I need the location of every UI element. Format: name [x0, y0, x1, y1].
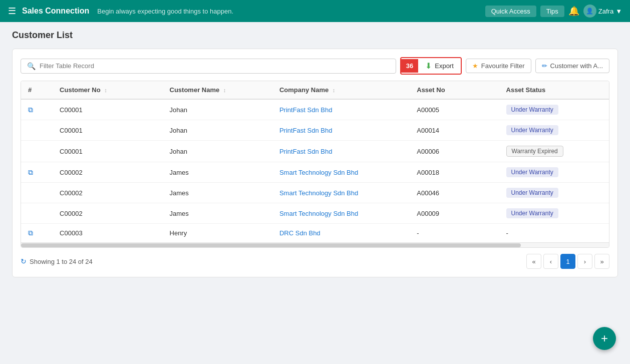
topnav: ☰ Sales Connection Begin always expectin…: [0, 0, 630, 22]
company-name-cell[interactable]: Smart Technology Sdn Bhd: [272, 203, 410, 224]
prev-page-button[interactable]: ‹: [543, 254, 558, 269]
row-link-cell: [21, 141, 53, 162]
company-name-cell[interactable]: PrintFast Sdn Bhd: [272, 99, 410, 120]
customer-name-cell: Johan: [163, 141, 272, 162]
search-icon: 🔍: [27, 62, 36, 70]
col-company-name: Company Name ↕: [272, 81, 410, 99]
app-subtitle: Begin always expecting good things to ha…: [97, 8, 233, 15]
page-content: Customer List 🔍 36 ⬇ Export ★ Favourite …: [0, 22, 630, 285]
page-title: Customer List: [12, 30, 618, 41]
page-1-button[interactable]: 1: [560, 254, 575, 269]
notification-icon[interactable]: 🔔: [568, 6, 579, 17]
company-name-cell[interactable]: PrintFast Sdn Bhd: [272, 141, 410, 162]
external-link-icon[interactable]: ⧉: [28, 229, 33, 237]
customer-name-cell: Henry: [163, 224, 272, 243]
table-row: ⧉C00003HenryDRC Sdn Bhd--: [21, 224, 609, 243]
status-badge: Under Warranty: [506, 188, 558, 198]
company-name-cell[interactable]: Smart Technology Sdn Bhd: [272, 183, 410, 203]
row-link-cell: ⧉: [21, 99, 53, 120]
toolbar: 🔍 36 ⬇ Export ★ Favourite Filter ✏ Custo…: [21, 57, 609, 75]
download-icon: ⬇: [425, 61, 432, 71]
first-page-button[interactable]: «: [526, 254, 541, 269]
asset-status-cell: Under Warranty: [499, 120, 609, 141]
sort-company-name-icon[interactable]: ↕: [333, 87, 336, 93]
asset-no-cell: -: [410, 224, 499, 243]
sort-customer-name-icon[interactable]: ↕: [223, 87, 226, 93]
company-link[interactable]: PrintFast Sdn Bhd: [279, 148, 333, 155]
user-name: Zafra: [598, 8, 613, 15]
search-input[interactable]: [40, 62, 390, 70]
customer-filter-button[interactable]: ✏ Customer with A...: [535, 59, 609, 73]
table-row: ⧉C00002JamesSmart Technology Sdn BhdA000…: [21, 162, 609, 183]
col-hash: #: [21, 81, 53, 99]
customer-name-cell: Johan: [163, 120, 272, 141]
company-link[interactable]: PrintFast Sdn Bhd: [279, 106, 333, 114]
menu-icon[interactable]: ☰: [8, 6, 16, 17]
asset-no-cell: A00018: [410, 162, 499, 183]
row-link-cell: [21, 120, 53, 141]
company-name-cell[interactable]: PrintFast Sdn Bhd: [272, 120, 410, 141]
tips-button[interactable]: Tips: [540, 6, 564, 17]
favourite-filter-button[interactable]: ★ Favourite Filter: [466, 59, 531, 73]
company-link[interactable]: PrintFast Sdn Bhd: [279, 127, 333, 134]
col-customer-name: Customer Name ↕: [163, 81, 272, 99]
main-card: 🔍 36 ⬇ Export ★ Favourite Filter ✏ Custo…: [12, 49, 618, 277]
asset-status-cell: Warranty Expired: [499, 141, 609, 162]
table-row: C00001JohanPrintFast Sdn BhdA00014Under …: [21, 120, 609, 141]
user-menu[interactable]: 👤 Zafra ▼: [583, 5, 622, 18]
col-asset-status: Asset Status: [499, 81, 609, 99]
table-row: C00002JamesSmart Technology Sdn BhdA0004…: [21, 183, 609, 203]
customer-name-cell: James: [163, 203, 272, 224]
asset-status-cell: Under Warranty: [499, 99, 609, 120]
row-link-cell: [21, 203, 53, 224]
user-avatar: 👤: [583, 5, 596, 18]
company-link[interactable]: DRC Sdn Bhd: [279, 229, 321, 237]
last-page-button[interactable]: »: [594, 254, 609, 269]
company-name-cell[interactable]: Smart Technology Sdn Bhd: [272, 162, 410, 183]
customer-name-cell: James: [163, 183, 272, 203]
app-title: Sales Connection: [22, 7, 89, 16]
status-badge: Under Warranty: [506, 208, 558, 218]
company-link[interactable]: Smart Technology Sdn Bhd: [279, 210, 358, 217]
table-row: ⧉C00001JohanPrintFast Sdn BhdA00005Under…: [21, 99, 609, 120]
customer-no-cell: C00001: [53, 141, 162, 162]
col-asset-no: Asset No: [410, 81, 499, 99]
scrollbar-thumb: [21, 243, 521, 247]
asset-status-cell: Under Warranty: [499, 162, 609, 183]
filter-columns-icon: ✏: [542, 62, 547, 70]
external-link-icon[interactable]: ⧉: [28, 106, 33, 114]
status-badge: Warranty Expired: [506, 146, 563, 157]
customer-name-cell: James: [163, 162, 272, 183]
refresh-icon[interactable]: ↻: [21, 257, 27, 265]
company-link[interactable]: Smart Technology Sdn Bhd: [279, 169, 358, 176]
asset-no-cell: A00009: [410, 203, 499, 224]
sort-customer-no-icon[interactable]: ↕: [104, 87, 107, 93]
search-box: 🔍: [21, 59, 396, 74]
next-page-button[interactable]: ›: [577, 254, 592, 269]
col-customer-no: Customer No ↕: [53, 81, 162, 99]
asset-status-cell: -: [499, 224, 609, 243]
table-wrapper: # Customer No ↕ Customer Name ↕ Company …: [21, 81, 609, 248]
export-button[interactable]: ⬇ Export: [418, 58, 461, 74]
asset-no-cell: A00005: [410, 99, 499, 120]
record-count-badge: 36: [401, 59, 418, 73]
table-row: C00002JamesSmart Technology Sdn BhdA0000…: [21, 203, 609, 224]
company-link[interactable]: Smart Technology Sdn Bhd: [279, 189, 358, 197]
page-controls: « ‹ 1 › »: [526, 254, 609, 269]
customer-no-cell: C00003: [53, 224, 162, 243]
external-link-icon[interactable]: ⧉: [28, 168, 33, 176]
table-row: C00001JohanPrintFast Sdn BhdA00006Warran…: [21, 141, 609, 162]
asset-status-cell: Under Warranty: [499, 183, 609, 203]
asset-no-cell: A00014: [410, 120, 499, 141]
user-chevron-icon: ▼: [615, 8, 622, 15]
company-name-cell[interactable]: DRC Sdn Bhd: [272, 224, 410, 243]
horizontal-scrollbar[interactable]: [21, 242, 609, 247]
row-link-cell: ⧉: [21, 162, 53, 183]
topnav-right: Quick Access Tips 🔔 👤 Zafra ▼: [485, 5, 622, 18]
customer-no-cell: C00002: [53, 203, 162, 224]
asset-status-cell: Under Warranty: [499, 203, 609, 224]
star-icon: ★: [472, 62, 478, 70]
status-badge: Under Warranty: [506, 167, 558, 177]
quick-access-button[interactable]: Quick Access: [485, 6, 536, 17]
customer-table: # Customer No ↕ Customer Name ↕ Company …: [21, 81, 609, 242]
